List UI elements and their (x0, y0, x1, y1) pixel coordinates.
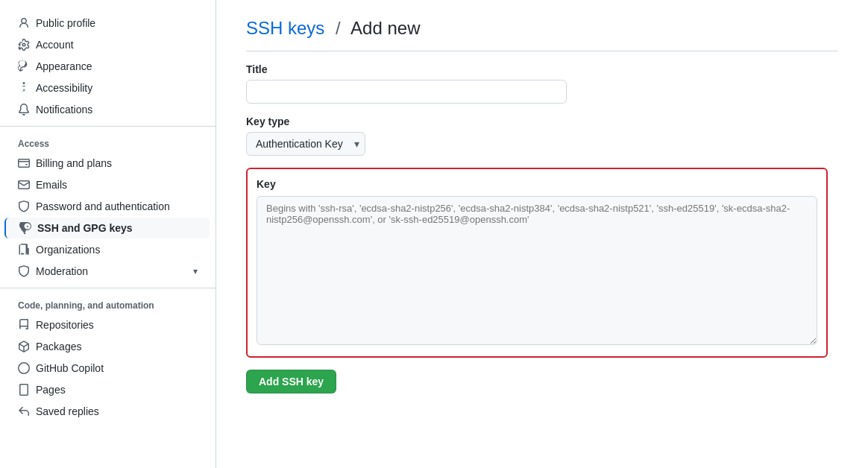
key-label: Key (257, 178, 817, 190)
bell-icon (18, 104, 30, 116)
shield-icon (18, 200, 30, 212)
key-icon (19, 222, 31, 234)
access-section-label: Access (0, 133, 216, 152)
sidebar-item-label: Account (36, 39, 74, 51)
sidebar-item-label: Packages (36, 341, 81, 352)
sidebar-item-label: Accessibility (36, 82, 92, 94)
sidebar-item-label: Public profile (36, 17, 95, 29)
person-icon (18, 17, 30, 29)
sidebar-item-label: Notifications (36, 104, 92, 116)
sidebar-item-appearance[interactable]: Appearance (6, 56, 210, 77)
sidebar-item-label: Password and authentication (36, 200, 170, 212)
sidebar-item-label: Appearance (36, 60, 92, 72)
sidebar-item-pages[interactable]: Pages (6, 379, 210, 400)
sidebar-item-accessibility[interactable]: Accessibility (6, 78, 210, 98)
accessibility-icon (18, 82, 30, 94)
organization-icon (18, 244, 30, 256)
add-ssh-key-button[interactable]: Add SSH key (246, 370, 336, 393)
moderation-row: Moderation ▾ (36, 265, 198, 277)
breadcrumb-link[interactable]: SSH keys (246, 18, 324, 38)
credit-card-icon (18, 157, 30, 169)
sidebar-item-label: SSH and GPG keys (37, 222, 133, 234)
mail-icon (18, 179, 30, 191)
sidebar-item-label: Organizations (36, 244, 100, 256)
sidebar-item-public-profile[interactable]: Public profile (6, 13, 210, 34)
chevron-down-icon: ▾ (193, 266, 198, 276)
sidebar: Public profile Account Appearance (0, 0, 216, 468)
sidebar-item-label: Saved replies (36, 405, 99, 417)
sidebar-item-ssh-gpg[interactable]: SSH and GPG keys (4, 218, 210, 238)
gear-icon (18, 39, 30, 51)
page-header: SSH keys / Add new (246, 18, 838, 51)
copilot-icon (18, 362, 30, 374)
title-group: Title (246, 63, 838, 104)
package-icon (18, 341, 30, 352)
reply-icon (18, 405, 30, 417)
sidebar-item-copilot[interactable]: GitHub Copilot (6, 358, 210, 379)
sidebar-item-label: Emails (36, 179, 67, 191)
sidebar-divider (0, 126, 216, 127)
sidebar-divider-2 (0, 288, 216, 288)
sidebar-item-label: Billing and plans (36, 157, 112, 169)
key-type-label: Key type (246, 116, 838, 127)
main-content: SSH keys / Add new Title Key type Authen… (216, 0, 868, 468)
repo-icon (18, 319, 30, 331)
sidebar-item-repositories[interactable]: Repositories (6, 314, 210, 335)
sidebar-item-organizations[interactable]: Organizations (6, 239, 210, 260)
sidebar-item-label: GitHub Copilot (36, 362, 104, 374)
sidebar-item-label: Pages (36, 384, 66, 396)
sidebar-item-saved-replies[interactable]: Saved replies (6, 401, 210, 422)
key-section: Key (246, 168, 828, 358)
breadcrumb-separator: / (336, 18, 341, 38)
key-textarea[interactable] (257, 196, 817, 345)
key-type-group: Key type Authentication Key Signing Key … (246, 116, 838, 156)
sidebar-item-label: Moderation (36, 265, 88, 277)
sidebar-item-emails[interactable]: Emails (6, 174, 210, 195)
key-type-select[interactable]: Authentication Key Signing Key (246, 132, 365, 156)
sidebar-item-packages[interactable]: Packages (6, 336, 210, 357)
sidebar-item-account[interactable]: Account (6, 34, 210, 55)
sidebar-item-notifications[interactable]: Notifications (6, 99, 210, 120)
sidebar-item-moderation[interactable]: Moderation ▾ (6, 261, 210, 282)
shield-check-icon (18, 265, 30, 277)
sidebar-item-password[interactable]: Password and authentication (6, 196, 210, 217)
sidebar-item-billing[interactable]: Billing and plans (6, 153, 210, 174)
automation-section-label: Code, planning, and automation (0, 294, 216, 314)
page-title: Add new (350, 18, 420, 38)
title-input[interactable] (246, 80, 567, 104)
sidebar-item-label: Repositories (36, 319, 94, 331)
paintbrush-icon (18, 60, 30, 72)
title-label: Title (246, 63, 838, 75)
pages-icon (18, 384, 30, 396)
key-type-select-wrapper: Authentication Key Signing Key ▾ (246, 132, 365, 156)
